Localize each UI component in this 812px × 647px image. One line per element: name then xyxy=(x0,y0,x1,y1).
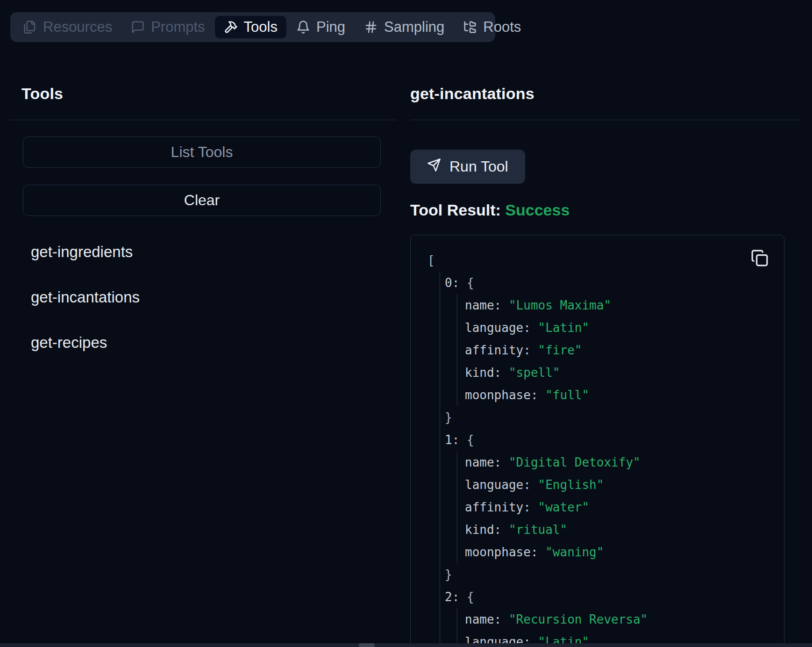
json-line: } xyxy=(445,406,784,429)
json-line: 2: { xyxy=(445,586,784,608)
json-line: affinity: "water" xyxy=(465,496,784,518)
copy-button[interactable] xyxy=(751,249,769,267)
list-tools-button[interactable]: List Tools xyxy=(23,137,381,168)
json-line: moonphase: "waning" xyxy=(465,541,784,563)
tool-list: get-ingredientsget-incantationsget-recip… xyxy=(9,229,397,365)
json-line: 1: { xyxy=(445,429,784,451)
clear-button[interactable]: Clear xyxy=(23,185,381,216)
json-line: name: "Lumos Maxima" xyxy=(465,294,784,316)
send-icon xyxy=(427,158,441,176)
tool-result-line: Tool Result: Success xyxy=(410,201,800,219)
tool-item-get-recipes[interactable]: get-recipes xyxy=(9,320,397,365)
tool-result-header: get-incantations xyxy=(410,0,800,120)
tool-result-panel: get-incantations Run Tool Tool Result: S… xyxy=(410,0,800,647)
json-tree: [0: {name: "Lumos Maxima"language: "Lati… xyxy=(411,235,784,647)
json-line: } xyxy=(445,563,784,586)
json-line: [ xyxy=(427,249,784,272)
tools-panel-header: Tools xyxy=(9,0,397,120)
tool-result-label: Tool Result: xyxy=(410,201,501,219)
json-line: affinity: "fire" xyxy=(465,339,784,361)
json-line: kind: "ritual" xyxy=(465,518,784,541)
horizontal-scrollbar-thumb[interactable] xyxy=(359,643,375,647)
tool-item-get-ingredients[interactable]: get-ingredients xyxy=(9,229,397,274)
tool-result-status: Success xyxy=(505,201,570,219)
copy-icon xyxy=(751,261,769,268)
json-line: 0: { xyxy=(445,272,784,294)
tools-panel-title: Tools xyxy=(21,85,63,103)
json-line: kind: "spell" xyxy=(465,361,784,384)
json-line: language: "English" xyxy=(465,474,784,496)
json-line: language: "Latin" xyxy=(465,316,784,339)
json-result-panel: [0: {name: "Lumos Maxima"language: "Lati… xyxy=(410,235,784,647)
selected-tool-title: get-incantations xyxy=(410,85,534,103)
json-line: moonphase: "full" xyxy=(465,384,784,406)
json-line: name: "Recursion Reversa" xyxy=(465,608,784,631)
tool-item-get-incantations[interactable]: get-incantations xyxy=(9,274,397,320)
run-tool-label: Run Tool xyxy=(449,158,508,175)
run-tool-button[interactable]: Run Tool xyxy=(410,150,525,184)
tools-panel: Tools List Tools Clear get-ingredientsge… xyxy=(9,0,397,365)
json-line: name: "Digital Detoxify" xyxy=(465,451,784,474)
horizontal-scrollbar-track[interactable] xyxy=(0,643,812,647)
